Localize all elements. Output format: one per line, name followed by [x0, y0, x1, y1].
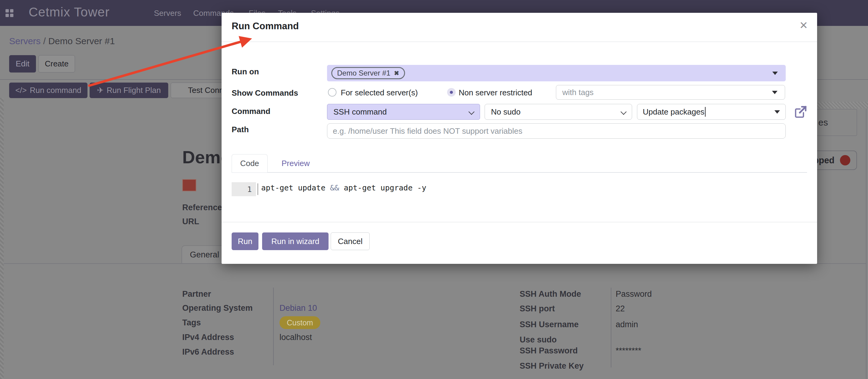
- tags-filter-input[interactable]: with tags: [556, 85, 785, 100]
- cancel-button[interactable]: Cancel: [331, 232, 370, 250]
- os-label: Operating System: [182, 304, 253, 313]
- code-text: apt-get update: [261, 183, 330, 192]
- breadcrumb-servers-link[interactable]: Servers: [9, 36, 40, 46]
- breadcrumb-current: Demo Server #1: [48, 36, 115, 46]
- radio-non-server-restricted[interactable]: [447, 88, 456, 97]
- ssh-auth-mode-value: Password: [616, 289, 652, 299]
- show-commands-label: Show Commands: [231, 88, 298, 98]
- tags-label: Tags: [182, 318, 201, 327]
- path-label: Path: [231, 125, 249, 134]
- command-select-input[interactable]: Update packages: [637, 104, 786, 120]
- chevron-down-icon: [468, 109, 474, 115]
- run-on-label: Run on: [231, 67, 259, 76]
- url-label: URL: [182, 217, 199, 226]
- ipv4-label: IPv4 Address: [182, 333, 234, 342]
- run-command-label: Run command: [30, 86, 82, 95]
- radio-non-server-restricted-label[interactable]: Non server restricted: [459, 88, 532, 97]
- run-in-wizard-button[interactable]: Run in wizard: [262, 232, 329, 250]
- create-button[interactable]: Create: [38, 55, 75, 72]
- radio-for-selected-servers-label[interactable]: For selected server(s): [341, 88, 418, 97]
- sheet-right-edge: [866, 108, 866, 379]
- tab-general-label: General: [190, 250, 219, 259]
- sheet-left-margin: [0, 98, 4, 379]
- path-placeholder: e.g. /home/user This field does NOT supp…: [333, 126, 522, 136]
- path-input[interactable]: e.g. /home/user This field does NOT supp…: [327, 123, 786, 138]
- tag-custom-badge: Custom: [279, 316, 320, 329]
- run-flight-plan-label: Run Flight Plan: [107, 86, 161, 95]
- sudo-select[interactable]: No sudo: [485, 104, 632, 120]
- run-button[interactable]: Run: [231, 232, 258, 250]
- apps-grid-icon[interactable]: [5, 9, 14, 17]
- chevron-down-icon: [621, 109, 627, 115]
- modal-header-divider: [222, 41, 817, 42]
- ssh-password-label: SSH Password: [520, 346, 578, 355]
- ssh-private-key-label: SSH Private Key: [520, 361, 584, 371]
- app-title: Cetmix Tower: [29, 5, 110, 20]
- command-value: Update packages: [643, 107, 704, 117]
- code-text: apt-get upgrade -y: [339, 183, 426, 192]
- server-color-swatch[interactable]: [182, 179, 196, 191]
- ipv6-label: IPv6 Address: [182, 347, 234, 357]
- command-type-value: SSH command: [334, 107, 387, 117]
- use-sudo-label: Use sudo: [520, 335, 557, 345]
- run-on-field[interactable]: Demo Server #1 ✖: [327, 65, 786, 81]
- radio-for-selected-servers[interactable]: [328, 88, 337, 97]
- ssh-password-value: ********: [616, 346, 641, 355]
- server-tag-label: Demo Server #1: [337, 69, 391, 77]
- breadcrumb: Servers / Demo Server #1: [9, 36, 115, 46]
- run-command-modal: Run Command ✕ Run on Demo Server #1 ✖ Sh…: [222, 13, 817, 264]
- reference-label: Reference: [182, 203, 222, 212]
- command-label: Command: [231, 107, 270, 116]
- code-editor-line[interactable]: apt-get update && apt-get upgrade -y: [261, 183, 426, 192]
- breadcrumb-separator: /: [43, 36, 46, 46]
- nav-item-servers[interactable]: Servers: [154, 8, 181, 18]
- tab-bar-divider: [231, 172, 807, 173]
- ssh-auth-mode-label: SSH Auth Mode: [520, 289, 581, 299]
- caret-down-icon[interactable]: [772, 72, 778, 75]
- code-line-number: 1: [231, 182, 256, 196]
- info-divider-right: [611, 288, 611, 368]
- sheet-top-hatch: [817, 102, 868, 108]
- caret-down-icon[interactable]: [772, 91, 777, 94]
- status-dot-icon: [840, 155, 850, 165]
- partial-smart-button-label: es: [818, 117, 828, 128]
- modal-title: Run Command: [231, 21, 299, 32]
- plane-icon: ✈: [97, 86, 104, 95]
- tab-code[interactable]: Code: [231, 154, 268, 172]
- code-icon: </>: [15, 86, 27, 95]
- run-flight-plan-button[interactable]: ✈ Run Flight Plan: [90, 83, 168, 98]
- partner-label: Partner: [182, 289, 211, 299]
- code-operator: &&: [330, 183, 339, 192]
- ssh-port-value: 22: [616, 304, 625, 314]
- ssh-username-value: admin: [616, 320, 638, 329]
- remove-tag-icon[interactable]: ✖: [394, 69, 399, 77]
- info-divider-left: [273, 288, 274, 365]
- command-type-select[interactable]: SSH command: [327, 104, 480, 120]
- ssh-username-label: SSH Username: [520, 320, 579, 329]
- ipv4-value: localhost: [279, 333, 312, 342]
- code-editor-cursor: [257, 183, 258, 195]
- text-cursor: [705, 107, 706, 117]
- tags-filter-placeholder: with tags: [562, 88, 594, 97]
- edit-button[interactable]: Edit: [9, 55, 36, 72]
- tab-preview[interactable]: Preview: [273, 154, 318, 172]
- close-icon[interactable]: ✕: [799, 20, 808, 30]
- caret-down-icon[interactable]: [774, 110, 780, 114]
- sudo-value: No sudo: [491, 107, 521, 117]
- run-command-button[interactable]: </> Run command: [9, 83, 88, 98]
- ssh-port-label: SSH port: [520, 304, 555, 314]
- modal-footer-divider: [222, 222, 817, 222]
- external-link-icon[interactable]: [794, 105, 807, 119]
- server-tag[interactable]: Demo Server #1 ✖: [331, 67, 405, 79]
- os-value-link[interactable]: Debian 10: [279, 304, 317, 313]
